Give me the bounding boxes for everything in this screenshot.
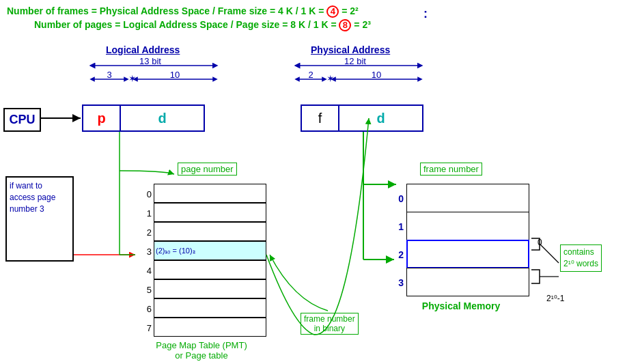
pmt-table: 0123(2)₁₀ = (10)₂4567 Page Map Table (PM… xyxy=(137,184,266,361)
pmt-row-cell xyxy=(154,318,266,337)
phys-mem-row-num: 1 xyxy=(393,221,406,232)
logical-offset-field: d xyxy=(121,106,204,130)
svg-text:2: 2 xyxy=(308,72,313,80)
svg-text:12 bit: 12 bit xyxy=(344,58,366,66)
pmt-row-num: 1 xyxy=(137,204,154,223)
physical-offset-field: d xyxy=(339,106,422,130)
phys-mem-row-num: 2 xyxy=(393,249,406,260)
cpu-box: CPU xyxy=(3,108,41,132)
logical-addr-register: p d xyxy=(82,104,205,132)
physical-address-label: Physical Address xyxy=(311,44,390,55)
pmt-row-num: 2 xyxy=(137,223,154,242)
physical-memory-title: Physical Memory xyxy=(393,300,529,311)
pmt-row-num: 3 xyxy=(137,242,154,261)
pmt-row-cell xyxy=(154,222,266,241)
page-number-field: p xyxy=(83,106,121,130)
svg-text:10: 10 xyxy=(170,72,180,80)
phys-mem-row-num: 0 xyxy=(393,193,406,204)
pmt-row-cell xyxy=(154,298,266,318)
pmt-title: Page Map Table (PMT) or Page table xyxy=(137,340,266,361)
physical-addr-register: f d xyxy=(301,104,423,132)
phys-mem-row: 3 xyxy=(393,268,529,296)
logical-3-10: 3 ✶ 10 xyxy=(89,72,219,87)
svg-text:10: 10 xyxy=(372,72,381,80)
pmt-row-num: 7 xyxy=(137,318,154,337)
frame-number-field: f xyxy=(302,106,339,130)
svg-text:13 bit: 13 bit xyxy=(139,58,161,66)
logical-address-label: Logical Address xyxy=(106,44,180,55)
pmt-row-cell xyxy=(154,260,266,279)
pmt-row-cell: (2)₁₀ = (10)₂ xyxy=(154,241,266,260)
phys-mem-row: 1 xyxy=(393,212,529,240)
phys-mem-row: 2 xyxy=(393,240,529,268)
pmt-row: 1 xyxy=(137,204,266,223)
phys-mem-row-cell xyxy=(406,212,529,240)
want-access-box: if want to access page number 3 xyxy=(5,176,74,262)
frame-number-label: frame number xyxy=(420,163,482,176)
equation-2: Number of pages = Logical Address Space … xyxy=(34,19,371,31)
pmt-row: 5 xyxy=(137,280,266,299)
svg-text:✶: ✶ xyxy=(326,73,335,84)
pmt-row: 7 xyxy=(137,318,266,337)
pmt-row-num: 6 xyxy=(137,299,154,318)
phys-mem-row: 0 xyxy=(393,184,529,212)
phys-mem-row-cell xyxy=(406,184,529,212)
page-number-label: page number xyxy=(178,163,237,176)
svg-text:3: 3 xyxy=(107,72,111,80)
pmt-row-num: 5 xyxy=(137,280,154,299)
phys-mem-dots: : xyxy=(423,7,428,21)
phys-mem-end-label: 2¹⁰-1 xyxy=(546,294,564,303)
diagram: Number of frames = Physical Address Spac… xyxy=(0,0,627,364)
pmt-row-num: 4 xyxy=(137,261,154,280)
pmt-row-cell xyxy=(154,203,266,222)
want-access-text: if want to access page number 3 xyxy=(10,181,55,214)
pmt-row: 2 xyxy=(137,223,266,242)
pmt-row-cell xyxy=(154,184,266,203)
contains-label: contains2¹⁰ words xyxy=(560,244,602,272)
phys-mem-row-num: 3 xyxy=(393,277,406,288)
cpu-label: CPU xyxy=(9,113,35,127)
phys-mem-start-label: 0 xyxy=(538,238,542,247)
pmt-cell-content: (2)₁₀ = (10)₂ xyxy=(154,242,266,260)
svg-line-23 xyxy=(540,244,559,263)
fnb-text: frame numberin binary xyxy=(304,314,355,333)
pmt-row: 0 xyxy=(137,184,266,204)
svg-text:✶: ✶ xyxy=(128,73,137,84)
physical-12bit: 12 bit xyxy=(294,58,423,73)
physical-memory: 0123 Physical Memory xyxy=(393,184,529,311)
pmt-row-cell xyxy=(154,279,266,298)
physical-2-10: 2 ✶ 10 xyxy=(294,72,423,87)
frame-number-binary-label: frame numberin binary xyxy=(301,313,359,335)
pmt-row-num: 0 xyxy=(137,184,154,204)
pmt-row: 4 xyxy=(137,261,266,280)
pmt-row: 3(2)₁₀ = (10)₂ xyxy=(137,242,266,261)
phys-mem-row-cell xyxy=(406,268,529,296)
pmt-row: 6 xyxy=(137,299,266,318)
logical-13bit: 13 bit xyxy=(89,58,219,73)
phys-mem-row-cell xyxy=(406,240,529,268)
circled-4: 4 xyxy=(326,5,339,18)
circled-8: 8 xyxy=(339,19,351,31)
equation-1: Number of frames = Physical Address Spac… xyxy=(7,5,359,18)
